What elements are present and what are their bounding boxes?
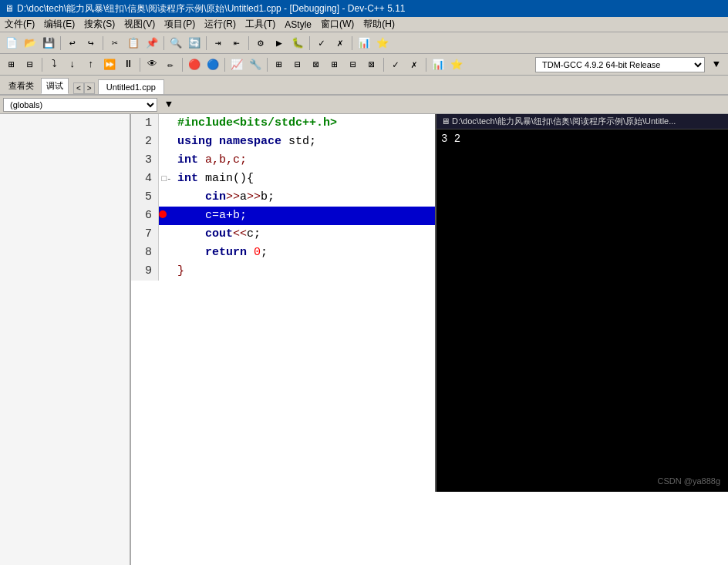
menu-item-E[interactable]: 编辑(E) bbox=[39, 17, 79, 32]
line-number-3: 3 bbox=[131, 151, 159, 170]
code-area[interactable]: 1#include<bits/stdc++.h>2using namespace… bbox=[131, 114, 728, 565]
toggle-debug-btn[interactable]: ⊟ bbox=[22, 56, 39, 73]
toolbar2: ⊞ ⊟ ⤵ ↓ ↑ ⏩ ⏸ 👁 ✏ 🔴 🔵 📈 🔧 ⊞ ⊟ ⊠ ⊞ ⊟ ⊠ ✓ … bbox=[0, 54, 728, 76]
code-content-8: return 0; bbox=[174, 244, 268, 262]
sep5 bbox=[248, 36, 249, 50]
line-number-4: 4 bbox=[131, 170, 159, 188]
check2-btn[interactable]: ✓ bbox=[387, 56, 404, 73]
line-number-1: 1 bbox=[131, 114, 159, 133]
continue-btn[interactable]: ⏩ bbox=[101, 56, 118, 73]
stop-btn[interactable]: ✗ bbox=[332, 35, 349, 52]
menu-item-T[interactable]: 工具(T) bbox=[241, 17, 280, 32]
menu-item-W[interactable]: 窗口(W) bbox=[316, 17, 359, 32]
open-btn[interactable]: 📂 bbox=[22, 35, 39, 52]
paste-btn[interactable]: 📌 bbox=[143, 35, 160, 52]
sep6 bbox=[309, 36, 310, 50]
tab-class-view[interactable]: 查看类 bbox=[3, 78, 39, 94]
code-content-7: cout<<c; bbox=[174, 225, 261, 244]
replace-btn[interactable]: 🔄 bbox=[186, 35, 203, 52]
tsep1 bbox=[42, 58, 42, 72]
scope-select[interactable]: (globals) bbox=[3, 98, 157, 112]
grid5-btn[interactable]: ⊟ bbox=[345, 56, 362, 73]
code-content-9: } bbox=[174, 262, 184, 281]
compiler-dropdown-btn[interactable]: ▼ bbox=[708, 56, 725, 73]
menu-item-P[interactable]: 项目(P) bbox=[160, 17, 200, 32]
tsep3 bbox=[182, 58, 183, 72]
scope-dropdown-btn[interactable]: ▼ bbox=[160, 96, 177, 113]
grid4-btn[interactable]: ⊞ bbox=[326, 56, 343, 73]
clear-bp-btn[interactable]: 🔵 bbox=[204, 56, 221, 73]
toggle-class-btn[interactable]: ⊞ bbox=[3, 56, 20, 73]
menu-item-S[interactable]: 搜索(S) bbox=[79, 17, 120, 32]
line-number-5: 5 bbox=[131, 188, 159, 207]
grid6-btn[interactable]: ⊠ bbox=[363, 56, 380, 73]
console-overlay: 🖥 D:\doc\tech\能力风暴\纽扣\信奥\阅读程序示例\原始\Untit… bbox=[435, 114, 728, 492]
chart-btn[interactable]: 📊 bbox=[356, 35, 372, 52]
app-icon: 🖥 bbox=[5, 3, 14, 14]
step-into-btn[interactable]: ↓ bbox=[64, 56, 81, 73]
sep1 bbox=[60, 36, 61, 50]
tab-nav-next[interactable]: > bbox=[84, 82, 95, 94]
star2-btn[interactable]: ⭐ bbox=[448, 56, 465, 73]
menu-item-H[interactable]: 帮助(H) bbox=[359, 17, 399, 32]
code-content-6: c=a+b; bbox=[174, 207, 247, 225]
sep4 bbox=[206, 36, 207, 50]
grid2-btn[interactable]: ⊟ bbox=[289, 56, 306, 73]
search-btn[interactable]: 🔍 bbox=[167, 35, 184, 52]
grid3-btn[interactable]: ⊠ bbox=[308, 56, 325, 73]
tool2-btn[interactable]: 🔧 bbox=[247, 56, 264, 73]
tab-nav-prev[interactable]: < bbox=[73, 82, 84, 94]
redo-btn[interactable]: ↪ bbox=[83, 35, 99, 52]
compile-btn[interactable]: ⚙ bbox=[252, 35, 269, 52]
run-btn[interactable]: ▶ bbox=[271, 35, 288, 52]
left-sidebar bbox=[0, 114, 131, 565]
menu-item-AStyle[interactable]: AStyle bbox=[280, 18, 316, 31]
toolbar1: 📄 📂 💾 ↩ ↪ ✂ 📋 📌 🔍 🔄 ⇥ ⇤ ⚙ ▶ 🐛 ✓ ✗ 📊 ⭐ bbox=[0, 32, 728, 54]
new-btn[interactable]: 📄 bbox=[3, 35, 20, 52]
scope-bar: (globals) ▼ bbox=[0, 96, 728, 114]
save-btn[interactable]: 💾 bbox=[40, 35, 57, 52]
step-over-btn[interactable]: ⤵ bbox=[46, 56, 62, 73]
tsep2 bbox=[140, 58, 140, 72]
line-number-6: 6 bbox=[131, 207, 159, 225]
line-marker-4: □- bbox=[159, 170, 174, 188]
compiler-select[interactable]: TDM-GCC 4.9.2 64-bit ReleaseTDM-GCC 4.9.… bbox=[535, 57, 705, 72]
add-watch-btn[interactable]: 👁 bbox=[143, 56, 160, 73]
unindent-btn[interactable]: ⇤ bbox=[228, 35, 245, 52]
title-text: D:\doc\tech\能力风暴\纽扣\信奥\阅读程序示例\原始\Untitle… bbox=[17, 2, 406, 15]
set-bp-btn[interactable]: 🔴 bbox=[186, 56, 203, 73]
line-marker-6: ▶ bbox=[159, 207, 174, 225]
sep2 bbox=[103, 36, 103, 50]
cut-btn[interactable]: ✂ bbox=[106, 35, 123, 52]
halt-btn[interactable]: ⏸ bbox=[120, 56, 136, 73]
bar-chart-btn[interactable]: 📊 bbox=[430, 56, 447, 73]
edit-watch-btn[interactable]: ✏ bbox=[162, 56, 179, 73]
sep3 bbox=[163, 36, 164, 50]
main-layout: 1#include<bits/stdc++.h>2using namespace… bbox=[0, 114, 728, 565]
step-out-btn[interactable]: ↑ bbox=[83, 56, 99, 73]
code-content-4: int main(){ bbox=[174, 170, 254, 188]
copy-btn[interactable]: 📋 bbox=[125, 35, 142, 52]
indent-btn[interactable]: ⇥ bbox=[210, 35, 227, 52]
code-content-5: cin>>a>>b; bbox=[174, 188, 275, 207]
console-watermark: CSDN @ya888g bbox=[658, 476, 720, 486]
file-tab-untitled[interactable]: Untitled1.cpp bbox=[98, 79, 164, 94]
check-btn[interactable]: ✓ bbox=[313, 35, 330, 52]
menu-item-V[interactable]: 视图(V) bbox=[120, 17, 160, 32]
star-btn[interactable]: ⭐ bbox=[374, 35, 391, 52]
profile-btn[interactable]: 📈 bbox=[228, 56, 245, 73]
tab-debug[interactable]: 调试 bbox=[41, 78, 69, 94]
menu-item-R[interactable]: 运行(R) bbox=[200, 17, 241, 32]
line-number-2: 2 bbox=[131, 133, 159, 151]
debug-btn[interactable]: 🐛 bbox=[289, 35, 306, 52]
console-title-icon: 🖥 bbox=[441, 116, 452, 126]
undo-btn[interactable]: ↩ bbox=[64, 35, 81, 52]
stop2-btn[interactable]: ✗ bbox=[406, 56, 423, 73]
menu-item-F[interactable]: 文件(F) bbox=[0, 17, 39, 32]
sep7 bbox=[352, 36, 352, 50]
grid1-btn[interactable]: ⊞ bbox=[271, 56, 288, 73]
side-tabs: 查看类 调试 bbox=[3, 78, 69, 94]
code-content-2: using namespace std; bbox=[174, 133, 316, 151]
tab-area: 查看类 调试 < > Untitled1.cpp bbox=[0, 76, 728, 96]
compiler-area: TDM-GCC 4.9.2 64-bit ReleaseTDM-GCC 4.9.… bbox=[535, 56, 725, 73]
